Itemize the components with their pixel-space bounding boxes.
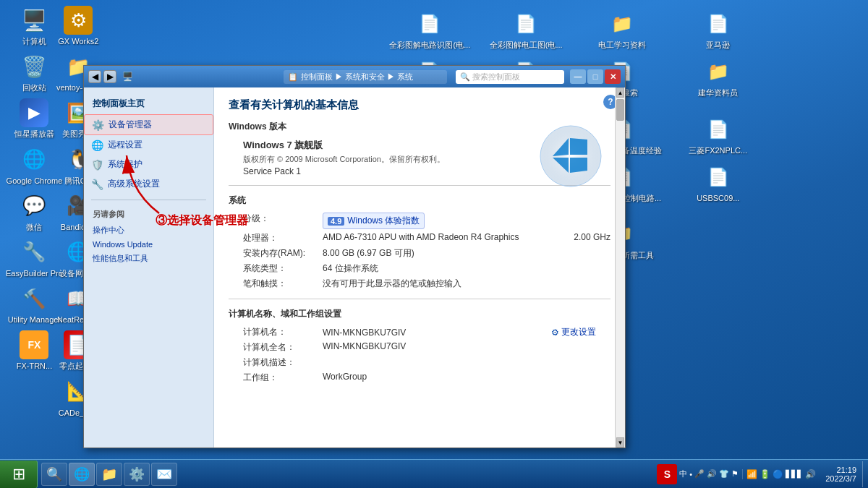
- show-desktop-button[interactable]: [862, 461, 868, 487]
- computer-label: 计算机: [22, 37, 46, 46]
- gxworks-label: GX Works2: [58, 37, 98, 46]
- taskbar-btn-search[interactable]: 🔍: [41, 463, 67, 486]
- mediaplayer-label: 恒星播放器: [14, 129, 54, 139]
- sidebar-item-protection[interactable]: 🛡️ 系统保护: [84, 155, 213, 174]
- breadcrumb-icon: 📋: [288, 72, 298, 82]
- maximize-button[interactable]: □: [587, 69, 603, 84]
- taskbar-btn-email[interactable]: ✉️: [151, 463, 177, 486]
- r2-icon: 📄: [511, 9, 540, 38]
- processor-value: AMD A6-7310 APU with AMD Radeon R4 Graph…: [323, 232, 559, 242]
- experience-text: Windows 体验指数: [347, 215, 420, 227]
- scroll-up-button[interactable]: ▲: [616, 87, 624, 98]
- sidebar-remote-label: 远程设置: [108, 139, 142, 151]
- experience-badge[interactable]: 4.9 Windows 体验指数: [323, 213, 425, 229]
- desktop-icon-r4[interactable]: 📄 亚马逊: [671, 7, 765, 52]
- sidebar-item-remote[interactable]: 🌐 远程设置: [84, 135, 213, 155]
- sidebar-link-performance[interactable]: 性能信息和工具: [84, 251, 213, 266]
- bullet-icon: •: [689, 470, 692, 479]
- sidebar-link-action-center[interactable]: 操作中心: [84, 223, 213, 238]
- taskbar-clock[interactable]: 21:19 2022/3/7: [820, 466, 862, 483]
- desktop-icon-r16[interactable]: 📄 USBSC09...: [671, 160, 765, 215]
- pen-row: 笔和触摸： 没有可用于此显示器的笔或触控输入: [229, 278, 610, 290]
- taskbar-btn-chrome[interactable]: 🌐: [69, 463, 95, 486]
- taskbar-chrome-icon: 🌐: [74, 466, 90, 482]
- experience-num: 4.9: [328, 217, 344, 226]
- close-button[interactable]: ✕: [605, 69, 621, 84]
- system-window: ◀ ▶ 🖥️ 📋 控制面板 ▶ 系统和安全 ▶ 系统 🔍 搜索控制面板 — □ …: [83, 65, 626, 448]
- utility-icon: 🔨: [20, 284, 48, 313]
- desktop-icon-r1[interactable]: 📄 全彩图解电路识图(电...: [383, 7, 477, 52]
- taskbar: ⊞ 🔍 🌐 📁 ⚙️ ✉️ S 中 • 🎤: [0, 459, 868, 488]
- system-type-label: 系统类型：: [243, 262, 323, 275]
- computer-name-value: WIN-MKNGBKU7GIV: [323, 328, 551, 338]
- ram-row: 安装内存(RAM): 8.00 GB (6.97 GB 可用): [229, 247, 610, 260]
- scroll-down-button[interactable]: ▼: [616, 437, 624, 448]
- recycle-icon: 🗑️: [20, 52, 48, 81]
- desktop-icon-r3[interactable]: 📁 电工学习资料: [576, 7, 669, 52]
- pen-value: 没有可用于此显示器的笔或触控输入: [323, 278, 610, 290]
- processor-label: 处理器：: [243, 232, 323, 244]
- window-main-content: ? 查看有关计算机的基本信息: [214, 87, 625, 448]
- lang-icon[interactable]: 中: [679, 468, 687, 479]
- r2-label: 全彩图解电工图(电...: [490, 40, 563, 50]
- taskbar-folder-icon: 📁: [101, 466, 117, 482]
- description-label: 计算机描述：: [243, 356, 323, 369]
- mic-icon[interactable]: 🎤: [694, 469, 705, 479]
- taskbar-btn-folder[interactable]: 📁: [96, 463, 122, 486]
- gxworks-icon: ⚙: [64, 6, 93, 35]
- system-type-value: 64 位操作系统: [323, 262, 610, 275]
- weixin-icon: 💬: [20, 192, 48, 221]
- taskbar-gxworks-icon: ⚙️: [129, 466, 145, 482]
- sohu-icon[interactable]: S: [657, 464, 677, 484]
- weixin-label: 微信: [26, 223, 42, 232]
- r4-icon: 📄: [704, 9, 733, 38]
- desktop-icon-r8[interactable]: 📁 建华资料员: [671, 55, 765, 109]
- clock-date: 2022/3/7: [825, 474, 856, 483]
- start-button[interactable]: ⊞: [0, 461, 38, 488]
- ram-label: 安装内存(RAM):: [243, 247, 323, 260]
- window-titlebar: ◀ ▶ 🖥️ 📋 控制面板 ▶ 系统和安全 ▶ 系统 🔍 搜索控制面板 — □ …: [84, 66, 625, 87]
- battery-icon: 🔋: [760, 469, 770, 479]
- desktop-icon-gxworks[interactable]: ⚙ GX Works2: [54, 4, 103, 48]
- remote-icon: 🌐: [91, 140, 103, 151]
- rating-label: 分级：: [243, 213, 323, 225]
- scroll-thumb[interactable]: [616, 99, 624, 121]
- volume-icon[interactable]: 🔊: [805, 469, 816, 479]
- sidebar-link-windows-update[interactable]: Windows Update: [84, 238, 213, 251]
- sidebar-main-title: 控制面板主页: [84, 95, 213, 114]
- desktop-icon-r12[interactable]: 📄 三菱FX2NPLC...: [671, 113, 765, 158]
- rating-row: 分级： 4.9 Windows 体验指数: [229, 213, 610, 229]
- r8-label: 建华资料员: [698, 88, 738, 98]
- processor-row: 处理器： AMD A6-7310 APU with AMD Radeon R4 …: [229, 232, 610, 244]
- speaker-icon[interactable]: 🔊: [707, 469, 717, 479]
- also-see-title: 另请参阅: [84, 206, 213, 223]
- r8-icon: 📁: [704, 57, 733, 86]
- taskbar-btn-gxworks[interactable]: ⚙️: [124, 463, 150, 486]
- recycle-label: 回收站: [22, 83, 46, 93]
- r16-label: USBSC09...: [697, 194, 739, 203]
- taskbar-email-icon: ✉️: [156, 466, 172, 482]
- r3-label: 电工学习资料: [598, 40, 646, 50]
- wifi-icon: 📶: [746, 469, 757, 479]
- back-button[interactable]: ◀: [88, 70, 101, 83]
- flag-icon: ⚑: [731, 469, 739, 479]
- ram-value: 8.00 GB (6.97 GB 可用): [323, 247, 610, 260]
- window-title-text: 🖥️: [119, 72, 278, 82]
- scrollbar[interactable]: ▲ ▼: [615, 87, 625, 448]
- mediaplayer-icon: ▶: [20, 98, 48, 127]
- sidebar-item-device-manager[interactable]: ⚙️ 设备管理器: [84, 114, 213, 135]
- minimize-button[interactable]: —: [570, 69, 586, 84]
- change-settings-link[interactable]: ⚙ 更改设置: [551, 326, 596, 338]
- sidebar-protection-label: 系统保护: [108, 158, 142, 171]
- breadcrumb-text: 控制面板 ▶ 系统和安全 ▶ 系统: [301, 72, 413, 82]
- chrome-icon: 🌐: [20, 145, 48, 174]
- fxtrn-icon: FX: [20, 330, 48, 359]
- forward-button[interactable]: ▶: [103, 70, 116, 83]
- workgroup-value: WorkGroup: [323, 372, 610, 382]
- full-name-row: 计算机全名： WIN-MKNGBKU7GIV: [229, 341, 610, 354]
- desktop-icon-r2[interactable]: 📄 全彩图解电工图(电...: [480, 7, 573, 52]
- utility-label: Utility Manager: [8, 315, 61, 325]
- sidebar-item-advanced[interactable]: 🔧 高级系统设置: [84, 174, 213, 194]
- description-row: 计算机描述：: [229, 356, 610, 369]
- search-icon: 🔍: [460, 72, 470, 82]
